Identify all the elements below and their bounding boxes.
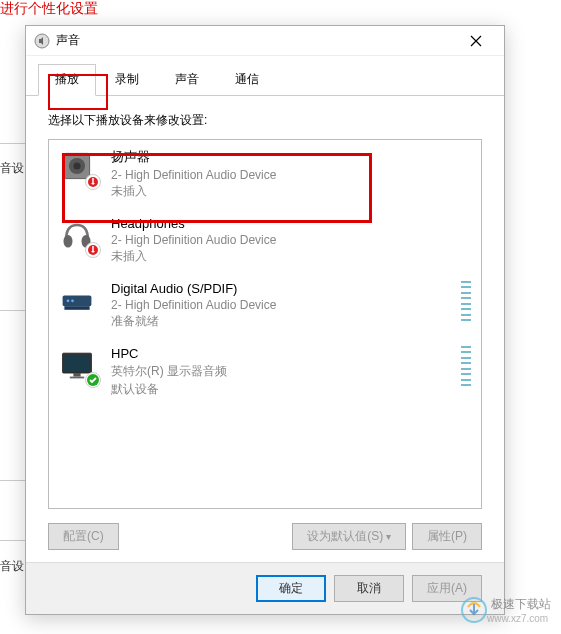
device-desc: 2- High Definition Audio Device [111,168,471,182]
bg-divider [0,480,25,481]
device-desc: 2- High Definition Audio Device [111,233,471,247]
speaker-icon [59,148,99,188]
digital-audio-icon [59,281,99,321]
svg-rect-15 [70,377,84,379]
device-item-speakers[interactable]: 扬声器 2- High Definition Audio Device 未插入 [49,140,481,208]
ok-button[interactable]: 确定 [256,575,326,602]
tab-communications[interactable]: 通信 [218,64,276,95]
device-item-digital[interactable]: Digital Audio (S/PDIF) 2- High Definitio… [49,273,481,338]
cancel-button[interactable]: 取消 [334,575,404,602]
tab-sounds[interactable]: 声音 [158,64,216,95]
tab-recording[interactable]: 录制 [98,64,156,95]
device-info: Headphones 2- High Definition Audio Devi… [111,216,471,265]
tab-playback[interactable]: 播放 [38,64,96,96]
device-list[interactable]: 扬声器 2- High Definition Audio Device 未插入 … [48,139,482,509]
level-meter [461,281,471,321]
device-status: 准备就绪 [111,313,453,330]
device-name: Headphones [111,216,471,231]
device-status: 默认设备 [111,381,453,398]
device-desc: 2- High Definition Audio Device [111,298,453,312]
titlebar: 声音 [26,26,504,56]
svg-rect-14 [73,373,80,377]
sound-icon [34,33,50,49]
device-info: HPC 英特尔(R) 显示器音频 默认设备 [111,346,453,398]
svg-point-10 [67,299,70,302]
tab-content: 选择以下播放设备来修改设置: 扬声器 2- High Definition Au… [26,96,504,566]
svg-point-5 [64,235,73,248]
bg-divider [0,143,25,144]
set-default-button[interactable]: 设为默认值(S) [292,523,406,550]
device-item-headphones[interactable]: Headphones 2- High Definition Audio Devi… [49,208,481,273]
bg-divider [0,540,25,541]
close-icon [470,35,482,47]
checkmark-badge-icon [85,372,101,388]
device-info: Digital Audio (S/PDIF) 2- High Definitio… [111,281,453,330]
svg-point-3 [73,162,80,169]
watermark-name: 极速下载站 [491,596,551,613]
device-name: HPC [111,346,453,361]
bg-label: 音设 [0,160,24,177]
device-item-hpc[interactable]: HPC 英特尔(R) 显示器音频 默认设备 [49,338,481,406]
close-button[interactable] [456,27,496,55]
error-badge-icon [85,242,101,258]
device-desc: 英特尔(R) 显示器音频 [111,363,453,380]
level-meter [461,346,471,386]
properties-button[interactable]: 属性(P) [412,523,482,550]
dialog-footer: 确定 取消 应用(A) [26,562,504,614]
svg-point-11 [71,299,74,302]
instruction-text: 选择以下播放设备来修改设置: [48,112,482,129]
sound-dialog: 声音 播放 录制 声音 通信 选择以下播放设备来修改设置: 扬声器 2- Hi [25,25,505,615]
background-text: 进行个性化设置 [0,0,98,18]
device-name: 扬声器 [111,148,471,166]
svg-rect-9 [64,306,89,310]
error-badge-icon [85,174,101,190]
action-row: 配置(C) 设为默认值(S) 属性(P) [48,523,482,550]
svg-rect-13 [64,355,89,371]
tab-strip: 播放 录制 声音 通信 [26,56,504,96]
configure-button[interactable]: 配置(C) [48,523,119,550]
watermark-url: www.xz7.com [487,613,551,624]
watermark-logo-icon [461,597,487,623]
dialog-title: 声音 [56,32,456,49]
device-status: 未插入 [111,248,471,265]
device-name: Digital Audio (S/PDIF) [111,281,453,296]
bg-divider [0,310,25,311]
monitor-icon [59,346,99,386]
headphones-icon [59,216,99,256]
device-status: 未插入 [111,183,471,200]
watermark: 极速下载站 www.xz7.com [461,596,551,624]
bg-label: 音设 [0,558,24,575]
device-info: 扬声器 2- High Definition Audio Device 未插入 [111,148,471,200]
